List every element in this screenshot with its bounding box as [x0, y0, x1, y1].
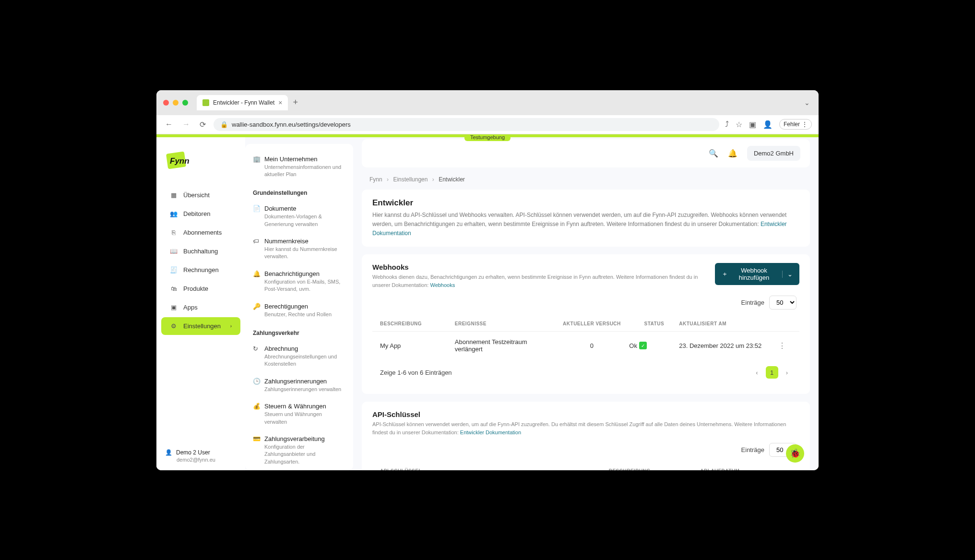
env-label: Testumgebung [464, 134, 511, 141]
s-desc: Benutzer, Rechte und Rollen [264, 311, 345, 318]
settings-item-tax[interactable]: 💰Steuern & Währungen Steuern und Währung… [245, 398, 353, 430]
bug-report-fab[interactable]: 🐞 [786, 444, 804, 463]
profile-icon[interactable]: 👤 [763, 120, 773, 129]
forward-button[interactable]: → [180, 118, 192, 131]
col-updated: AKTUALISIERT AM [679, 321, 773, 326]
s-desc: Hier kannst du Nummernkreise verwalten. [264, 246, 345, 261]
webhooks-title: Webhooks [372, 263, 715, 271]
tag-icon: 🏷 [253, 238, 260, 245]
nav-label: Buchhaltung [183, 248, 218, 255]
title-bar: Entwickler - Fynn Wallet × + ⌄ [156, 90, 819, 115]
s-desc: Konfiguration von E-Mails, SMS, Post-Ver… [264, 278, 345, 293]
s-title: Steuern & Währungen [264, 403, 326, 410]
new-tab-button[interactable]: + [289, 95, 302, 109]
topbar: 🔍 🔔 Demo2 GmbH [362, 139, 810, 167]
add-webhook-button[interactable]: ＋ Webhook hinzufügen ⌄ [715, 263, 799, 285]
webhooks-table-row[interactable]: My App Abonnement Testzeitraum verlänger… [372, 331, 799, 359]
bookmark-icon[interactable]: ☆ [736, 120, 742, 129]
refresh-icon: ↻ [253, 345, 260, 352]
search-icon[interactable]: 🔍 [709, 149, 718, 158]
apikeys-docs-link[interactable]: Entwickler Dokumentation [460, 429, 521, 435]
breadcrumb-level1[interactable]: Einstellungen [393, 176, 428, 183]
webhooks-docs-link[interactable]: Webhooks [430, 282, 455, 288]
tabs-row: Entwickler - Fynn Wallet × + ⌄ [197, 95, 812, 110]
nav-item-settings[interactable]: ⚙ Einstellungen › [161, 317, 240, 335]
settings-item-billing[interactable]: ↻Abrechnung Abrechnungseinstellungen und… [245, 340, 353, 373]
settings-item-permissions[interactable]: 🔑Berechtigungen Benutzer, Rechte und Rol… [245, 298, 353, 323]
browser-tab[interactable]: Entwickler - Fynn Wallet × [197, 95, 288, 110]
nav-item-apps[interactable]: ▣ Apps [161, 298, 240, 316]
settings-item-documents[interactable]: 📄Dokumente Dokumenten-Vorlagen & Generie… [245, 200, 353, 233]
account-button[interactable]: Demo2 GmbH [747, 146, 800, 161]
building-icon: 🏢 [253, 155, 260, 163]
settings-item-number-ranges[interactable]: 🏷Nummernkreise Hier kannst du Nummernkre… [245, 233, 353, 265]
settings-item-notifications[interactable]: 🔔Benachrichtigungen Konfiguration von E-… [245, 265, 353, 298]
tabs-dropdown-icon[interactable]: ⌄ [802, 97, 812, 108]
account-name: Demo2 GmbH [754, 150, 794, 157]
nav-item-invoices[interactable]: 🧾 Rechnungen [161, 261, 240, 279]
breadcrumb-current: Entwickler [439, 176, 465, 183]
settings-item-reminders[interactable]: 🕒Zahlungserinnerungen Zahlungserinnerung… [245, 373, 353, 398]
entries-select[interactable]: 50 [769, 296, 797, 310]
apikeys-title: API-Schlüssel [372, 410, 799, 418]
maximize-window-button[interactable] [182, 100, 188, 106]
webhooks-entries-control: Einträge 50 [375, 296, 797, 310]
chevron-right-icon: › [432, 176, 434, 183]
share-icon[interactable]: ⤴ [725, 120, 729, 129]
nav-list: ▦ Übersicht 👥 Debitoren ⎘ Abonnements 📖 … [156, 185, 245, 441]
users-icon: 👥 [170, 210, 178, 217]
pagination-next[interactable]: › [782, 367, 792, 378]
card-icon: 💳 [253, 435, 260, 442]
menu-dots-icon: ⋮ [802, 121, 808, 128]
apikeys-table-head: API-SCHLÜSSEL BESCHREIBUNG ABLAUFDATUM [372, 464, 799, 470]
sidepanel-icon[interactable]: ▣ [749, 120, 756, 129]
main-content: 🔍 🔔 Demo2 GmbH Fynn › Einstellungen › En… [353, 134, 819, 470]
entries-label: Einträge [741, 299, 764, 306]
close-window-button[interactable] [163, 100, 169, 106]
col-description: BESCHREIBUNG [380, 321, 455, 326]
url-text: wallie-sandbox.fynn.eu/settings/develope… [232, 121, 351, 128]
nav-label: Apps [183, 304, 198, 311]
col-status: STATUS [629, 321, 679, 326]
pagination-page-1[interactable]: 1 [766, 366, 778, 379]
col-attempt: AKTUELLER VERSUCH [555, 321, 630, 326]
s-title: Mein Unternehmen [264, 155, 318, 163]
settings-item-payment-processing[interactable]: 💳Zahlungsverarbeitung Konfiguration der … [245, 430, 353, 470]
dashboard-icon: ▦ [170, 191, 178, 199]
url-input[interactable]: 🔒 wallie-sandbox.fynn.eu/settings/develo… [214, 118, 719, 131]
check-icon: ✓ [639, 342, 647, 349]
nav-label: Debitoren [183, 210, 210, 217]
key-icon: 🔑 [253, 303, 260, 310]
nav-label: Rechnungen [183, 266, 219, 274]
apikeys-card: API-Schlüssel API-Schlüssel können verwe… [362, 402, 810, 470]
row-menu-button[interactable]: ⋮ [773, 341, 792, 350]
back-button[interactable]: ← [163, 118, 175, 131]
pagination-prev[interactable]: ‹ [752, 367, 761, 378]
user-block[interactable]: 👤 Demo 2 User demo2@fynn.eu [156, 441, 245, 470]
reload-button[interactable]: ⟳ [198, 118, 208, 131]
cell-status: Ok ✓ [629, 342, 679, 349]
logo-text: Fynn [170, 156, 190, 166]
logo[interactable]: Fynn [156, 147, 245, 185]
col-expiry: ABLAUFDATUM [700, 468, 792, 470]
user-icon: 👤 [165, 449, 172, 456]
close-tab-icon[interactable]: × [278, 99, 282, 107]
products-icon: 🛍 [170, 285, 178, 292]
nav-item-overview[interactable]: ▦ Übersicht [161, 186, 240, 204]
chevron-right-icon: › [230, 323, 232, 329]
nav-item-debtors[interactable]: 👥 Debitoren [161, 205, 240, 223]
bell-icon: 🔔 [253, 270, 260, 277]
cell-updated: 23. Dezember 2022 um 23:52 [679, 342, 773, 349]
errors-button[interactable]: Fehler ⋮ [779, 119, 812, 130]
settings-item-company[interactable]: 🏢Mein Unternehmen Unternehmensinformatio… [245, 151, 353, 183]
nav-item-products[interactable]: 🛍 Produkte [161, 280, 240, 298]
nav-item-accounting[interactable]: 📖 Buchhaltung [161, 242, 240, 260]
nav-item-subscriptions[interactable]: ⎘ Abonnements [161, 224, 240, 241]
notifications-icon[interactable]: 🔔 [728, 149, 737, 158]
nav-label: Abonnements [183, 229, 222, 236]
breadcrumb-root[interactable]: Fynn [369, 176, 382, 183]
s-title: Dokumente [264, 205, 296, 212]
apps-icon: ▣ [170, 304, 178, 311]
minimize-window-button[interactable] [173, 100, 178, 106]
book-icon: 📖 [170, 248, 178, 255]
